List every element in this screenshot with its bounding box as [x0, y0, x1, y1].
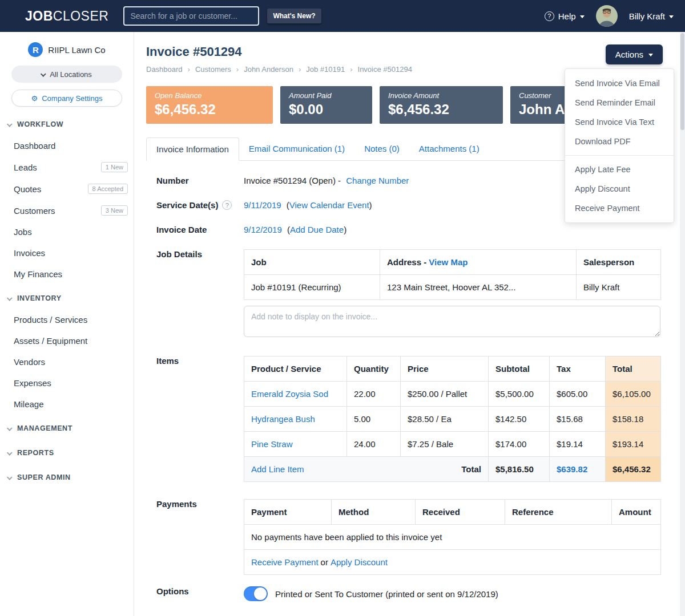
apply-discount-link[interactable]: Apply Discount — [331, 557, 388, 567]
user-menu[interactable]: Billy Kraft — [629, 11, 674, 21]
breadcrumb-separator: › — [350, 65, 352, 74]
sidebar-item-my-finances[interactable]: My Finances — [0, 264, 134, 285]
stat-value: $6,456.32 — [388, 102, 494, 117]
invoice-note-textarea[interactable] — [244, 306, 660, 337]
item-row: Emerald Zoysia Sod 22.00 $250.00 / Palle… — [244, 382, 661, 407]
breadcrumb-job[interactable]: Job #10191 — [306, 65, 345, 74]
menu-apply-discount[interactable]: Apply Discount — [565, 179, 674, 198]
tab-attachments[interactable]: Attachments (1) — [409, 137, 489, 160]
quotes-badge: 8 Accepted — [88, 184, 128, 194]
item-price: $250.00 / Pallet — [401, 382, 489, 407]
menu-send-invoice-via-text[interactable]: Send Invoice Via Text — [565, 112, 674, 132]
sidebar-item-products-services[interactable]: Products / Services — [0, 309, 134, 330]
sidebar-item-expenses[interactable]: Expenses — [0, 372, 134, 394]
tab-email-communication[interactable]: Email Communication (1) — [239, 137, 354, 160]
job-value: Job #10191 (Recurring) — [244, 275, 380, 300]
sidebar-section-super-admin[interactable]: SUPER ADMIN — [0, 467, 134, 488]
service-date-help-icon[interactable]: ? — [222, 200, 232, 210]
item-subtotal: $142.50 — [489, 407, 550, 432]
payments-header-received: Received — [416, 500, 505, 525]
receive-payment-link[interactable]: Receive Payment — [251, 557, 319, 567]
items-table: Product / Service Quantity Price Subtota… — [244, 356, 661, 482]
item-row: Pine Straw 24.00 $7.25 / Bale $174.00 $1… — [244, 432, 661, 457]
help-menu[interactable]: ? Help — [545, 11, 585, 21]
user-avatar[interactable] — [596, 5, 618, 27]
sidebar-section-management[interactable]: MANAGEMENT — [0, 418, 134, 439]
help-label: Help — [558, 11, 576, 21]
whats-new-button[interactable]: What's New? — [267, 9, 321, 23]
stat-invoice-amount: Invoice Amount $6,456.32 — [380, 86, 503, 124]
menu-apply-late-fee[interactable]: Apply Late Fee — [565, 160, 674, 179]
collapse-icon — [7, 474, 13, 480]
items-header-price: Price — [401, 356, 489, 382]
menu-send-reminder-email[interactable]: Send Reminder Email — [565, 93, 674, 112]
job-details-row: Job Details Job Address - View Map Sales… — [146, 249, 663, 339]
sidebar-item-jobs[interactable]: Jobs — [0, 221, 134, 242]
items-total-tax[interactable]: $639.82 — [550, 457, 606, 482]
add-line-item-link[interactable]: Add Line Item — [251, 464, 304, 474]
company-settings-button[interactable]: ⚙ Company Settings — [11, 90, 122, 107]
payments-header-reference: Reference — [505, 500, 612, 525]
actions-button[interactable]: Actions — [606, 44, 663, 64]
sidebar-item-invoices[interactable]: Invoices — [0, 242, 134, 264]
printed-or-sent-toggle[interactable] — [244, 586, 268, 601]
items-footer-row: Add Line Item Total $5,816.50 $639.82 $6… — [244, 457, 661, 482]
sidebar-item-leads[interactable]: Leads1 New — [0, 156, 134, 178]
view-calendar-event-link[interactable]: View Calendar Event — [289, 200, 369, 210]
sidebar: R RIIPL Lawn Co All Locations ⚙ Company … — [0, 32, 134, 616]
toggle-knob — [254, 587, 267, 600]
sidebar-item-quotes[interactable]: Quotes8 Accepted — [0, 178, 134, 200]
sidebar-item-vendors[interactable]: Vendors — [0, 351, 134, 372]
number-label: Number — [146, 176, 244, 185]
menu-send-invoice-via-email[interactable]: Send Invoice Via Email — [565, 74, 674, 93]
item-product-link[interactable]: Pine Straw — [251, 439, 293, 449]
sidebar-item-mileage[interactable]: Mileage — [0, 394, 134, 415]
actions-dropdown-menu: Send Invoice Via Email Send Reminder Ema… — [565, 68, 674, 223]
item-total: $158.18 — [606, 407, 661, 432]
stat-amount-paid: Amount Paid $0.00 — [280, 86, 372, 124]
menu-receive-payment[interactable]: Receive Payment — [565, 198, 674, 218]
breadcrumb-john-anderson[interactable]: John Anderson — [244, 65, 293, 74]
service-date-link[interactable]: 9/11/2019 — [244, 200, 281, 210]
item-total: $6,105.00 — [606, 382, 661, 407]
sidebar-item-customers[interactable]: Customers3 New — [0, 200, 134, 221]
item-product-link[interactable]: Hydrangea Bush — [251, 414, 315, 424]
item-product-link[interactable]: Emerald Zoysia Sod — [251, 389, 328, 399]
address-header: Address - View Map — [380, 250, 577, 275]
items-header-subtotal: Subtotal — [489, 356, 550, 382]
all-locations-dropdown[interactable]: All Locations — [11, 66, 122, 83]
item-quantity: 24.00 — [347, 432, 401, 457]
global-search-input[interactable] — [123, 6, 259, 26]
invoice-date-field-row: Invoice Date 9/12/2019 (Add Due Date) — [146, 225, 663, 234]
gear-icon: ⚙ — [31, 94, 38, 103]
change-number-link[interactable]: Change Number — [346, 176, 409, 185]
breadcrumb-customers[interactable]: Customers — [195, 65, 231, 74]
sidebar-section-inventory[interactable]: INVENTORY — [0, 287, 134, 309]
sidebar-item-assets-equipment[interactable]: Assets / Equipment — [0, 330, 134, 351]
view-map-link[interactable]: View Map — [429, 257, 468, 267]
payments-header-method: Method — [332, 500, 416, 525]
page-scrollbar[interactable] — [680, 32, 685, 616]
items-total-label: Total — [461, 464, 481, 474]
add-due-date-link[interactable]: Add Due Date — [290, 225, 344, 234]
scrollbar-thumb[interactable] — [680, 33, 684, 130]
logo-text-light: CLOSER — [53, 9, 109, 23]
stat-label: Invoice Amount — [388, 91, 494, 100]
menu-download-pdf[interactable]: Download PDF — [565, 132, 674, 151]
app-logo[interactable]: JOBCLOSER — [25, 9, 108, 24]
payments-table: Payment Method Received Reference Amount… — [244, 499, 661, 575]
collapse-icon — [7, 121, 13, 127]
sidebar-section-reports[interactable]: REPORTS — [0, 442, 134, 464]
company-logo: R — [28, 42, 43, 57]
invoice-date-link[interactable]: 9/12/2019 — [244, 225, 282, 234]
tab-invoice-information[interactable]: Invoice Information — [146, 137, 239, 161]
company-selector[interactable]: R RIIPL Lawn Co — [0, 42, 134, 57]
items-header-product: Product / Service — [244, 356, 347, 382]
chevron-down-icon — [648, 54, 653, 56]
sidebar-section-workflow[interactable]: WORKFLOW — [0, 114, 134, 135]
tab-notes[interactable]: Notes (0) — [354, 137, 409, 160]
breadcrumb-dashboard[interactable]: Dashboard — [146, 65, 183, 74]
customers-badge: 3 New — [101, 205, 128, 216]
breadcrumb-separator: › — [188, 65, 190, 74]
sidebar-item-dashboard[interactable]: Dashboard — [0, 135, 134, 156]
